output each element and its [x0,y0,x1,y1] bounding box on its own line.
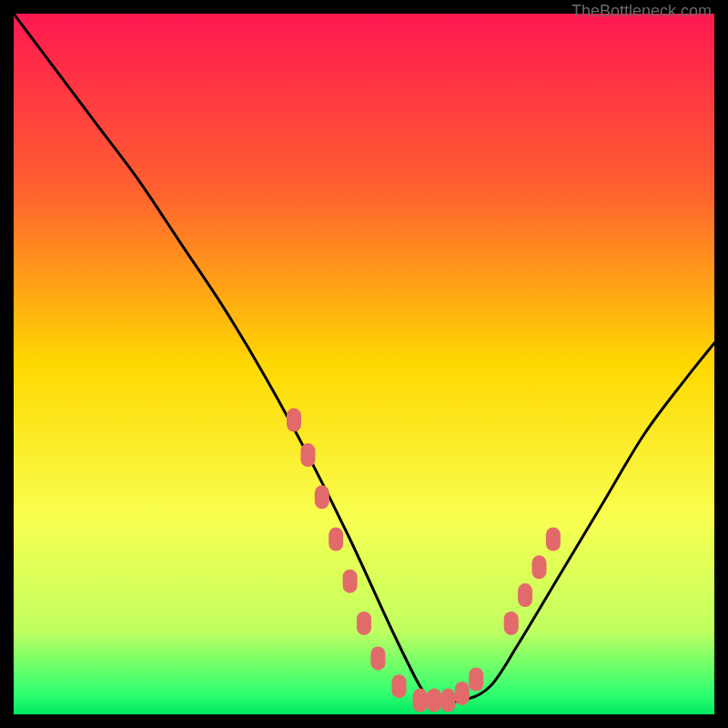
marker-pill [518,583,532,607]
chart-container [14,14,714,714]
marker-pill [440,689,455,713]
marker-pill [546,528,561,551]
marker-pill [370,646,385,670]
marker-pill [357,612,371,635]
attribution-label: TheBottleneck.com [571,2,712,21]
optimal-range-markers [287,409,561,713]
marker-pill [455,682,470,705]
marker-pill [343,570,358,593]
curve-layer [14,14,714,714]
marker-pill [392,674,407,698]
marker-pill [469,668,483,692]
marker-pill [532,555,547,579]
marker-pill [427,689,441,713]
marker-pill [300,443,315,467]
marker-pill [413,689,428,713]
marker-pill [315,485,329,509]
marker-pill [329,528,343,551]
bottleneck-curve [14,14,714,703]
marker-pill [287,409,301,432]
marker-pill [504,612,519,635]
